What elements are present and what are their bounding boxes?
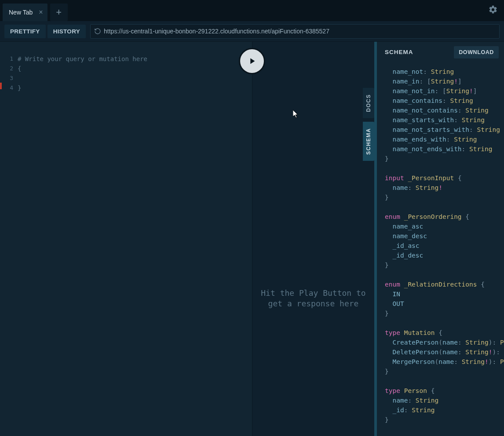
schema-body[interactable]: name_not: String name_in: [String!] name… xyxy=(377,62,504,436)
schema-panel: SCHEMA DOWNLOAD name_not: String name_in… xyxy=(374,42,504,436)
schema-title: SCHEMA xyxy=(385,49,413,55)
toolbar: PRETTIFY HISTORY https://us-central1-uni… xyxy=(0,21,504,42)
history-button[interactable]: HISTORY xyxy=(47,25,86,38)
tab-bar: New Tab × + xyxy=(0,0,504,21)
hint-text: Hit the Play Button toget a response her… xyxy=(252,288,374,309)
code-content: # Write your query or mutation here { } xyxy=(18,42,147,436)
prettify-button[interactable]: PRETTIFY xyxy=(4,25,46,38)
result-pane: Hit the Play Button toget a response her… xyxy=(252,42,374,436)
schema-tab[interactable]: SCHEMA xyxy=(363,122,374,161)
query-editor[interactable]: 1 2 3 4 # Write your query or mutation h… xyxy=(0,42,252,436)
url-input[interactable]: https://us-central1-unique-bonbon-291222… xyxy=(90,24,500,39)
gear-icon[interactable] xyxy=(488,5,498,16)
line-gutter: 1 2 3 4 xyxy=(0,42,18,436)
tab-new[interactable]: New Tab × xyxy=(3,4,47,21)
error-marker xyxy=(0,83,2,89)
close-icon[interactable]: × xyxy=(39,9,43,16)
download-button[interactable]: DOWNLOAD xyxy=(454,46,499,58)
tab-label: New Tab xyxy=(9,9,33,16)
play-icon xyxy=(247,56,257,66)
main: 1 2 3 4 # Write your query or mutation h… xyxy=(0,42,504,436)
reload-icon xyxy=(94,28,101,35)
add-tab-button[interactable]: + xyxy=(50,4,68,21)
cursor-icon xyxy=(293,110,300,119)
play-button[interactable] xyxy=(239,48,265,74)
docs-tab[interactable]: DOCS xyxy=(363,88,374,118)
schema-header: SCHEMA DOWNLOAD xyxy=(377,42,504,62)
url-text: https://us-central1-unique-bonbon-291222… xyxy=(104,28,329,35)
side-tabs: DOCS SCHEMA xyxy=(363,88,374,161)
